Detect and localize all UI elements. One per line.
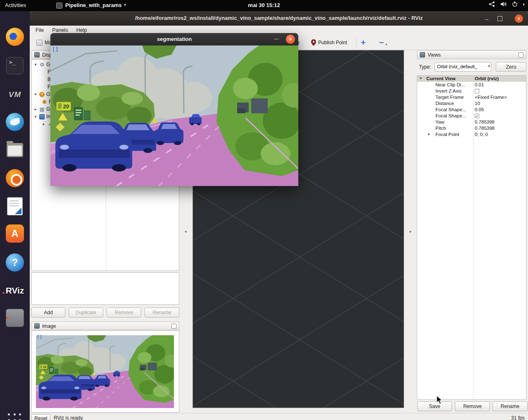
image-panel-icon (34, 323, 40, 329)
views-row-invert-z[interactable]: Invert Z Axis (417, 88, 526, 94)
dock-terminal[interactable]: >_ (5, 56, 25, 76)
dock-show-applications[interactable] (5, 410, 25, 420)
rhythmbox-icon (6, 169, 24, 187)
property-name: Focal Shape... (435, 107, 466, 112)
views-tree-area: Current View Orbit (rviz) Near Clip Di..… (417, 75, 526, 400)
firefox-icon (6, 28, 24, 46)
gear-icon (39, 62, 45, 67)
status-message: RViz is ready. (54, 415, 84, 420)
power-icon[interactable] (512, 1, 518, 7)
close-button[interactable] (515, 14, 523, 23)
panel-checkbox[interactable] (171, 324, 176, 329)
system-top-bar: Activities Pipeline_with_params ▾ mai 30… (0, 0, 528, 11)
duplicate-display-button[interactable]: Duplicate (69, 308, 103, 317)
remove-display-button[interactable]: Remove (107, 308, 141, 317)
segmentation-image: [] (50, 45, 298, 186)
display-description-box (31, 272, 179, 305)
dock-software[interactable]: A (5, 224, 25, 243)
add-display-button[interactable]: Add (31, 308, 65, 317)
panel-title: Views (428, 52, 441, 58)
collapse-arrow-icon[interactable] (428, 132, 430, 136)
views-row-target-frame[interactable]: Target Frame<Fixed Frame> (417, 94, 526, 100)
libreoffice-icon (7, 197, 23, 215)
views-panel-icon (420, 52, 425, 57)
collapse-arrow-icon[interactable] (33, 115, 38, 119)
views-row-yaw[interactable]: Yaw0.785398 (417, 119, 526, 125)
add-tool-button[interactable]: + (359, 38, 368, 47)
tool-publish-point[interactable]: Publish Point (308, 37, 354, 48)
rename-view-button[interactable]: Rename (492, 401, 528, 411)
ubuntu-dock: >_ VM A ? RViz (0, 11, 30, 420)
collapse-arrow-icon[interactable] (420, 76, 422, 80)
remove-view-button[interactable]: Remove (455, 401, 490, 411)
property-name: Yaw (435, 119, 445, 124)
window-title: /home/eiforamr/ros2_ws/install/dynamic_v… (30, 15, 528, 21)
warning-dot-icon (43, 100, 46, 104)
volume-icon[interactable] (500, 1, 507, 7)
panel-checkbox[interactable] (518, 52, 523, 57)
dock-active-window[interactable] (5, 308, 25, 328)
clock[interactable]: mai 30 15:12 (0, 2, 528, 8)
views-panel-header[interactable]: Views (417, 50, 526, 59)
maximize-button[interactable] (496, 14, 504, 23)
save-view-button[interactable]: Save (417, 401, 452, 411)
rviz-titlebar[interactable]: /home/eiforamr/ros2_ws/install/dynamic_v… (30, 11, 528, 26)
reset-button[interactable]: Reset (31, 414, 50, 420)
terminal-icon: >_ (6, 57, 24, 74)
menu-panels[interactable]: Panels (48, 27, 72, 33)
image-display-icon (39, 114, 45, 119)
property-value: 0.05 (475, 107, 484, 112)
toolbar-separator (356, 37, 357, 48)
remove-tool-button[interactable]: − (377, 38, 386, 47)
dock-firefox[interactable] (5, 27, 25, 47)
dock-files[interactable] (5, 140, 25, 160)
minimize-button[interactable] (272, 35, 281, 44)
panel-title: Image (42, 323, 56, 329)
view-type-combobox[interactable]: Orbit (rviz_default_ ▾ (435, 62, 491, 72)
views-row-focal-shape-fixed[interactable]: Focal Shape... (417, 113, 526, 119)
invert-z-checkbox[interactable] (475, 89, 479, 93)
menu-file[interactable]: File (31, 27, 48, 33)
dock-help[interactable]: ? (5, 253, 25, 272)
views-row-distance[interactable]: Distance10 (417, 100, 526, 107)
fps-counter: 31 fps (511, 415, 525, 420)
focal-shape-checkbox[interactable] (475, 114, 479, 118)
image-panel-header[interactable]: Image (31, 322, 179, 330)
dock-thunderbird[interactable] (5, 112, 25, 132)
collapse-arrow-icon[interactable] (42, 122, 46, 126)
image-panel-body: [] (31, 330, 179, 413)
dock-rhythmbox[interactable] (5, 168, 25, 188)
segmentation-titlebar[interactable]: segmentation (50, 33, 298, 45)
rename-display-button[interactable]: Rename (145, 308, 179, 317)
collapse-arrow-icon[interactable] (33, 92, 38, 96)
minimize-button[interactable] (483, 14, 491, 23)
overlay-bracket-text: [] (37, 334, 42, 339)
collapse-right-panel-arrow[interactable] (408, 227, 413, 236)
menu-help[interactable]: Help (72, 27, 91, 33)
views-row-focal-shape-size[interactable]: Focal Shape...0.05 (417, 107, 526, 113)
chevron-down-icon[interactable]: ▾ (523, 2, 525, 7)
views-row-pitch[interactable]: Pitch0.785398 (417, 125, 526, 131)
overlay-bracket-text: [] (52, 46, 59, 52)
property-name: Target Frame (435, 95, 464, 100)
dock-rviz[interactable]: RViz (5, 281, 25, 301)
property-name: Distance (435, 101, 454, 106)
collapse-arrow-icon[interactable] (33, 107, 38, 111)
dock-vmware[interactable]: VM (5, 85, 25, 105)
zero-button[interactable]: Zero (496, 62, 526, 72)
collapse-arrow-icon[interactable] (33, 62, 38, 67)
property-name: Invert Z Axis (435, 88, 461, 93)
property-name: Focal Shape... (435, 113, 466, 118)
segmentation-window[interactable]: segmentation [] (50, 33, 298, 186)
status-bar: Reset RViz is ready. 31 fps (30, 413, 528, 420)
dock-libreoffice[interactable] (5, 196, 25, 216)
collapse-left-panel-arrow[interactable] (183, 227, 188, 236)
segmentation-scene (50, 45, 298, 186)
views-row-focal-point[interactable]: Focal Point0; 0; 0 (417, 131, 526, 138)
views-row-near-clip[interactable]: Near Clip Di...0.01 (417, 82, 526, 88)
close-button[interactable] (286, 35, 295, 44)
chevron-down-icon[interactable]: ▾ (385, 43, 387, 46)
views-row-current-view[interactable]: Current View Orbit (rviz) (417, 76, 526, 82)
property-name: Near Clip Di... (435, 82, 465, 87)
share-icon[interactable] (489, 1, 495, 7)
